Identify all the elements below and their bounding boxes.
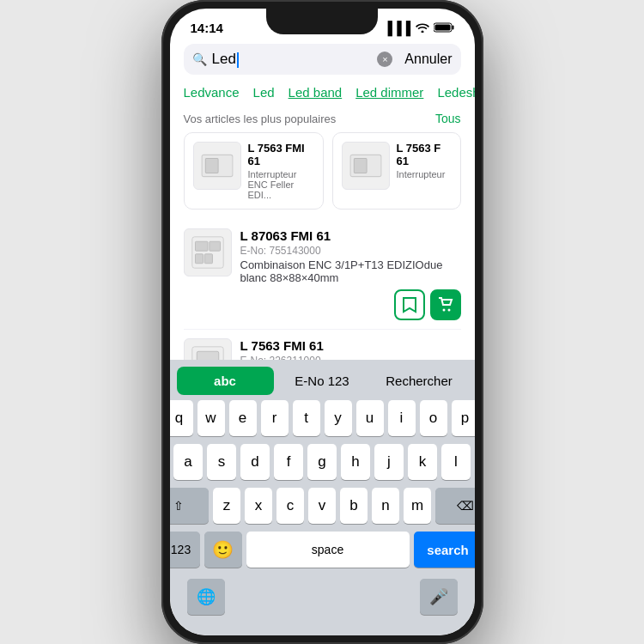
key-g[interactable]: g bbox=[307, 444, 337, 480]
h-product-info-0: L 7563 FMI 61 Interrupteur ENC Feller ED… bbox=[248, 142, 314, 200]
key-d[interactable]: d bbox=[240, 444, 270, 480]
keyboard-tabs: abc E-No 123 Rechercher bbox=[177, 367, 468, 395]
key-e[interactable]: e bbox=[229, 400, 257, 436]
section-title: Vos articles les plus populaires bbox=[184, 112, 337, 125]
product-eno-0: E-No: 755143000 bbox=[240, 245, 461, 257]
section-header: Vos articles les plus populaires Tous bbox=[170, 108, 475, 132]
svg-rect-10 bbox=[209, 241, 220, 251]
suggestion-ledvance[interactable]: Ledvance bbox=[184, 85, 240, 100]
section-all-button[interactable]: Tous bbox=[435, 112, 461, 125]
kb-row-1: q w e r t y u i o p bbox=[173, 400, 471, 436]
product-actions-0 bbox=[240, 289, 461, 320]
key-globe[interactable]: 🌐 bbox=[187, 579, 225, 615]
suggestion-ledeshi[interactable]: Ledeshi bbox=[437, 85, 474, 100]
phone-frame: 14:14 ▐▐▐ 🔍 Led × Annuler bbox=[161, 0, 483, 644]
kb-row-3: ⇧ z x c v b n m ⌫ bbox=[173, 488, 471, 524]
key-u[interactable]: u bbox=[356, 400, 384, 436]
notch bbox=[266, 9, 378, 34]
h-product-card-0[interactable]: L 7563 FMI 61 Interrupteur ENC Feller ED… bbox=[184, 132, 324, 210]
signal-icon: ▐▐▐ bbox=[384, 21, 411, 35]
status-icons: ▐▐▐ bbox=[384, 21, 454, 35]
keyboard: abc E-No 123 Rechercher q w e r t y u i … bbox=[170, 360, 475, 635]
search-bar[interactable]: 🔍 Led × Annuler bbox=[184, 44, 461, 75]
svg-rect-3 bbox=[434, 25, 450, 31]
svg-rect-5 bbox=[205, 159, 218, 173]
key-num[interactable]: 123 bbox=[170, 532, 200, 568]
bookmark-button-0[interactable] bbox=[394, 289, 425, 320]
svg-rect-11 bbox=[195, 254, 203, 264]
key-search[interactable]: search bbox=[414, 532, 475, 568]
battery-icon bbox=[434, 21, 454, 35]
kb-tab-abc[interactable]: abc bbox=[177, 367, 274, 395]
key-i[interactable]: i bbox=[388, 400, 416, 436]
search-icon: 🔍 bbox=[192, 52, 207, 66]
key-h[interactable]: h bbox=[341, 444, 370, 480]
key-x[interactable]: x bbox=[245, 488, 272, 524]
kb-extras-row: 🌐 🎤 bbox=[173, 575, 471, 615]
key-f[interactable]: f bbox=[274, 444, 303, 480]
h-product-card-1[interactable]: L 7563 F 61 Interrupteur bbox=[332, 132, 461, 210]
kb-tab-rechercher[interactable]: Rechercher bbox=[371, 367, 468, 395]
h-product-desc-1: Interrupteur bbox=[397, 169, 452, 179]
suggestions-bar: Ledvance Led Led band Led dimmer Ledeshi bbox=[170, 82, 475, 108]
product-item-0[interactable]: L 87063 FMI 61 E-No: 755143000 Combinais… bbox=[184, 220, 461, 330]
key-k[interactable]: k bbox=[408, 444, 437, 480]
kb-row-2: a s d f g h j k l bbox=[173, 444, 471, 480]
kb-tab-eno[interactable]: E-No 123 bbox=[274, 367, 371, 395]
product-desc-0: Combinaison ENC 3/1P+T13 EDIZIOdue blanc… bbox=[240, 258, 461, 284]
key-space[interactable]: space bbox=[246, 532, 410, 568]
key-o[interactable]: o bbox=[420, 400, 447, 436]
horizontal-products: L 7563 FMI 61 Interrupteur ENC Feller ED… bbox=[170, 132, 475, 220]
svg-rect-2 bbox=[452, 26, 453, 30]
cancel-button[interactable]: Annuler bbox=[404, 52, 452, 67]
h-product-desc-0: Interrupteur ENC Feller EDI... bbox=[248, 169, 314, 200]
key-t[interactable]: t bbox=[293, 400, 320, 436]
key-backspace[interactable]: ⌫ bbox=[435, 488, 475, 524]
key-y[interactable]: y bbox=[325, 400, 352, 436]
key-s[interactable]: s bbox=[207, 444, 236, 480]
h-product-name-1: L 7563 F 61 bbox=[397, 142, 452, 167]
h-product-img-0 bbox=[193, 142, 241, 190]
suggestion-led-band[interactable]: Led band bbox=[289, 85, 343, 100]
key-q[interactable]: q bbox=[170, 400, 193, 436]
key-emoji[interactable]: 🙂 bbox=[204, 532, 242, 568]
suggestion-led[interactable]: Led bbox=[253, 85, 275, 100]
key-p[interactable]: p bbox=[452, 400, 475, 436]
key-b[interactable]: b bbox=[340, 488, 368, 524]
wifi-icon bbox=[416, 21, 429, 35]
key-v[interactable]: v bbox=[308, 488, 336, 524]
product-name-0: L 87063 FMI 61 bbox=[240, 228, 461, 243]
key-j[interactable]: j bbox=[374, 444, 404, 480]
h-product-info-1: L 7563 F 61 Interrupteur bbox=[397, 142, 452, 179]
key-shift[interactable]: ⇧ bbox=[170, 488, 210, 524]
key-m[interactable]: m bbox=[404, 488, 431, 524]
h-product-img-1 bbox=[342, 142, 390, 190]
h-product-name-0: L 7563 FMI 61 bbox=[248, 142, 314, 167]
svg-point-0 bbox=[421, 31, 423, 33]
key-l[interactable]: l bbox=[441, 444, 471, 480]
search-input[interactable]: Led bbox=[212, 51, 373, 68]
status-time: 14:14 bbox=[191, 21, 223, 35]
cart-button-0[interactable] bbox=[430, 289, 461, 320]
key-c[interactable]: c bbox=[276, 488, 304, 524]
svg-point-14 bbox=[447, 309, 450, 312]
svg-rect-7 bbox=[354, 159, 367, 173]
key-z[interactable]: z bbox=[213, 488, 240, 524]
phone-screen: 14:14 ▐▐▐ 🔍 Led × Annuler bbox=[170, 9, 475, 635]
kb-row-bottom: 123 🙂 space search bbox=[173, 532, 471, 568]
key-w[interactable]: w bbox=[197, 400, 225, 436]
key-a[interactable]: a bbox=[173, 444, 203, 480]
svg-point-13 bbox=[442, 309, 445, 312]
product-name-1: L 7563 FMI 61 bbox=[240, 338, 461, 353]
product-info-0: L 87063 FMI 61 E-No: 755143000 Combinais… bbox=[240, 228, 461, 320]
key-r[interactable]: r bbox=[261, 400, 289, 436]
key-mic[interactable]: 🎤 bbox=[420, 579, 458, 615]
suggestion-led-dimmer[interactable]: Led dimmer bbox=[355, 85, 423, 100]
key-n[interactable]: n bbox=[372, 488, 399, 524]
search-clear-button[interactable]: × bbox=[377, 52, 392, 67]
product-img-0 bbox=[184, 228, 232, 276]
svg-rect-12 bbox=[204, 254, 212, 264]
svg-rect-9 bbox=[195, 241, 208, 251]
